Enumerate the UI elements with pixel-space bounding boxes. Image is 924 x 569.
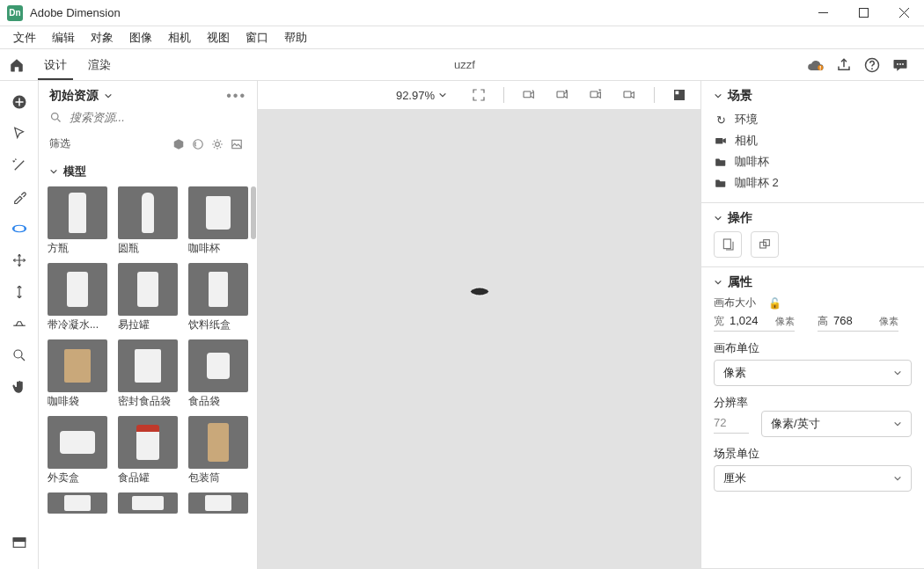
tile-caption: 食品袋 <box>188 394 248 409</box>
layout-toggle[interactable] <box>4 527 35 558</box>
svg-rect-34 <box>764 240 770 246</box>
assets-panel: 初始资源 ••• 筛选 模型 方瓶 圆瓶 咖啡杯 <box>39 81 258 569</box>
scene-item-environment[interactable]: ↻环境 <box>714 109 912 130</box>
svg-point-11 <box>902 62 904 64</box>
filter-model-icon[interactable] <box>169 137 188 151</box>
asset-tile[interactable]: 圆瓶 <box>118 186 178 256</box>
modebar: 设计 渲染 uzzf <box>0 49 924 81</box>
asset-tile[interactable] <box>118 492 178 514</box>
op-duplicate-button[interactable] <box>751 231 779 258</box>
asset-tile[interactable]: 饮料纸盒 <box>188 263 248 332</box>
scene-panel-title[interactable]: 场景 <box>714 88 912 104</box>
move-tool[interactable] <box>4 244 35 276</box>
horizon-tool[interactable] <box>4 308 35 339</box>
properties-panel-title[interactable]: 属性 <box>714 274 912 290</box>
zoom-value: 92.97% <box>396 89 435 102</box>
scene-unit-dropdown[interactable]: 厘米 <box>714 465 912 492</box>
resolution-field[interactable]: 72 <box>714 414 749 434</box>
asset-tile[interactable]: 外卖盒 <box>48 416 107 485</box>
assets-search[interactable] <box>39 107 257 131</box>
tile-caption: 方瓶 <box>48 241 107 256</box>
asset-tile[interactable]: 咖啡袋 <box>48 339 107 409</box>
assets-more-icon[interactable]: ••• <box>226 88 246 104</box>
asset-tile[interactable]: 包装筒 <box>188 416 248 485</box>
assets-scrollbar[interactable] <box>250 186 257 569</box>
asset-tile[interactable]: 食品袋 <box>188 339 248 409</box>
asset-tile[interactable]: 食品罐 <box>118 416 178 485</box>
app-icon: Dn <box>7 5 23 21</box>
asset-tile[interactable] <box>188 492 248 514</box>
filter-image-icon[interactable] <box>227 137 246 151</box>
lock-icon[interactable]: 🔓 <box>768 297 781 310</box>
asset-tile[interactable] <box>48 492 107 514</box>
operations-panel-title[interactable]: 操作 <box>714 210 912 226</box>
camera-bookmark-icon[interactable] <box>520 87 538 103</box>
scrollbar-thumb[interactable] <box>251 186 256 239</box>
camera-add-icon[interactable] <box>554 87 571 103</box>
filter-label: 筛选 <box>49 136 169 151</box>
home-button[interactable] <box>0 57 33 73</box>
asset-tile[interactable]: 密封食品袋 <box>118 339 178 409</box>
canvas-unit-dropdown[interactable]: 像素 <box>714 360 912 386</box>
chevron-down-icon <box>49 167 58 176</box>
asset-tile[interactable]: 带冷凝水... <box>48 263 107 332</box>
add-tool[interactable] <box>4 86 35 118</box>
asset-tile[interactable]: 易拉罐 <box>118 263 178 332</box>
scene-item-camera[interactable]: 相机 <box>714 130 912 151</box>
zoom-indicator[interactable]: 92.97% <box>396 89 447 102</box>
chevron-down-icon <box>893 368 902 377</box>
height-field[interactable]: 高 768 像素 <box>818 314 898 332</box>
frame-all-icon[interactable] <box>470 87 488 103</box>
filter-material-icon[interactable] <box>188 137 208 151</box>
render-preview-icon[interactable] <box>671 87 688 103</box>
resolution-unit-dropdown[interactable]: 像素/英寸 <box>761 411 912 437</box>
cloud-status-icon[interactable] <box>808 57 824 73</box>
camera-home-icon[interactable] <box>620 87 638 103</box>
hand-tool[interactable] <box>4 371 35 403</box>
menu-edit[interactable]: 编辑 <box>44 26 83 49</box>
properties-panel: 属性 画布大小 🔓 宽 1,024 像素 高 768 像素 画布单位 <box>701 267 924 569</box>
asset-tile[interactable]: 咖啡杯 <box>188 186 248 256</box>
maximize-button[interactable] <box>843 0 884 26</box>
op-copy-button[interactable] <box>714 231 742 258</box>
chevron-down-icon <box>104 91 113 100</box>
share-icon[interactable] <box>836 57 852 73</box>
asset-tile[interactable]: 方瓶 <box>48 186 107 256</box>
search-input[interactable] <box>70 111 246 124</box>
scene-panel: 场景 ↻环境 相机 咖啡杯 咖啡杯 2 <box>701 81 924 203</box>
viewport[interactable] <box>258 109 700 569</box>
camera-undo-icon[interactable] <box>587 87 605 103</box>
assets-title[interactable]: 初始资源 <box>49 88 226 104</box>
folder-icon <box>714 157 728 167</box>
menu-file[interactable]: 文件 <box>5 26 44 49</box>
filter-light-icon[interactable] <box>208 137 227 151</box>
menu-view[interactable]: 视图 <box>199 26 238 49</box>
scene-item-folder[interactable]: 咖啡杯 <box>714 151 912 172</box>
menu-object[interactable]: 对象 <box>83 26 121 49</box>
chevron-down-icon <box>714 91 722 100</box>
close-button[interactable] <box>884 0 924 26</box>
menu-window[interactable]: 窗口 <box>238 26 276 49</box>
feedback-icon[interactable] <box>892 57 908 73</box>
tile-caption: 饮料纸盒 <box>188 317 248 332</box>
eyedropper-tool[interactable] <box>4 181 35 213</box>
orbit-tool[interactable] <box>4 213 35 244</box>
magic-wand-tool[interactable] <box>4 150 35 181</box>
scene-item-folder[interactable]: 咖啡杯 2 <box>714 172 912 193</box>
help-icon[interactable] <box>864 57 880 73</box>
menu-help[interactable]: 帮助 <box>276 26 315 49</box>
select-tool[interactable] <box>4 118 35 150</box>
menu-image[interactable]: 图像 <box>121 26 160 49</box>
zoom-tool[interactable] <box>4 339 35 371</box>
tab-render[interactable]: 渲染 <box>77 49 121 80</box>
dolly-tool[interactable] <box>4 276 35 308</box>
tile-caption: 咖啡袋 <box>48 394 107 409</box>
menu-camera[interactable]: 相机 <box>160 26 199 49</box>
tab-design[interactable]: 设计 <box>33 49 77 80</box>
chevron-down-icon <box>438 91 447 99</box>
minimize-button[interactable] <box>803 0 843 26</box>
assets-section-models[interactable]: 模型 <box>39 160 257 186</box>
tool-strip <box>0 81 39 569</box>
width-field[interactable]: 宽 1,024 像素 <box>714 314 795 332</box>
folder-icon <box>714 178 728 188</box>
